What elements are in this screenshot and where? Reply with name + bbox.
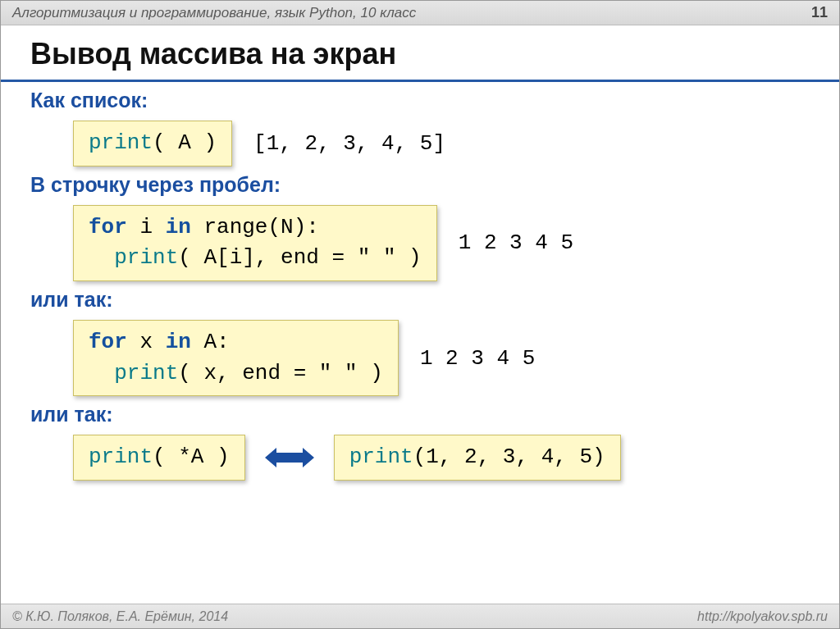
page-number: 11 bbox=[811, 4, 828, 21]
output-alt1: 1 2 3 4 5 bbox=[420, 346, 535, 371]
copyright: © К.Ю. Поляков, Е.А. Ерёмин, 2014 bbox=[12, 609, 228, 624]
slide: Алгоритмизация и программирование, язык … bbox=[0, 0, 840, 629]
code-fn: print bbox=[349, 444, 413, 469]
code-args: ( A[i], end = " " ) bbox=[178, 245, 421, 270]
code-print-expanded: print(1, 2, 3, 4, 5) bbox=[334, 435, 621, 481]
label-inline: В строчку через пробел: bbox=[30, 173, 810, 197]
label-alt2: или так: bbox=[30, 403, 810, 426]
code-print-star: print( *A ) bbox=[73, 435, 245, 481]
kw-in: in bbox=[166, 215, 191, 239]
code-args: ( A ) bbox=[153, 130, 217, 155]
output-inline: 1 2 3 4 5 bbox=[459, 230, 573, 255]
code-print-a: print( A ) bbox=[73, 121, 232, 166]
code-mid: x bbox=[127, 330, 166, 354]
code-mid: i bbox=[127, 215, 166, 239]
code-fn: print bbox=[114, 361, 178, 385]
footer-url: http://kpolyakov.spb.ru bbox=[697, 609, 828, 624]
row-as-list: print( A ) [1, 2, 3, 4, 5] bbox=[73, 121, 810, 166]
label-alt1: или так: bbox=[30, 288, 810, 312]
header-bar: Алгоритмизация и программирование, язык … bbox=[1, 1, 839, 25]
code-for-range: for i in range(N): print( A[i], end = " … bbox=[73, 205, 437, 281]
course-title: Алгоритмизация и программирование, язык … bbox=[12, 5, 416, 21]
row-alt1: for x in A: print( x, end = " " ) 1 2 3 … bbox=[73, 320, 810, 396]
kw-in: in bbox=[166, 330, 191, 354]
double-arrow-icon bbox=[265, 445, 314, 470]
slide-title: Вывод массива на экран bbox=[1, 25, 839, 75]
indent bbox=[89, 361, 114, 385]
row-alt2: print( *A ) print(1, 2, 3, 4, 5) bbox=[73, 435, 810, 481]
code-fn: print bbox=[89, 130, 153, 155]
label-as-list: Как список: bbox=[30, 89, 810, 112]
content-area: Как список: print( A ) [1, 2, 3, 4, 5] В… bbox=[1, 89, 839, 481]
code-fn: print bbox=[89, 444, 153, 469]
output-as-list: [1, 2, 3, 4, 5] bbox=[253, 131, 445, 156]
indent bbox=[89, 245, 114, 270]
kw-for: for bbox=[89, 330, 127, 354]
code-rest: A: bbox=[191, 330, 230, 354]
code-args: ( x, end = " " ) bbox=[178, 361, 383, 385]
svg-marker-0 bbox=[265, 448, 314, 467]
code-for-x: for x in A: print( x, end = " " ) bbox=[73, 320, 399, 396]
row-inline: for i in range(N): print( A[i], end = " … bbox=[73, 205, 810, 281]
code-rest: range(N): bbox=[191, 215, 319, 239]
code-fn: print bbox=[114, 245, 178, 270]
title-rule bbox=[1, 80, 839, 82]
kw-for: for bbox=[89, 215, 127, 239]
footer-bar: © К.Ю. Поляков, Е.А. Ерёмин, 2014 http:/… bbox=[1, 604, 839, 628]
code-args: (1, 2, 3, 4, 5) bbox=[413, 444, 605, 469]
code-args: ( *A ) bbox=[153, 444, 230, 469]
